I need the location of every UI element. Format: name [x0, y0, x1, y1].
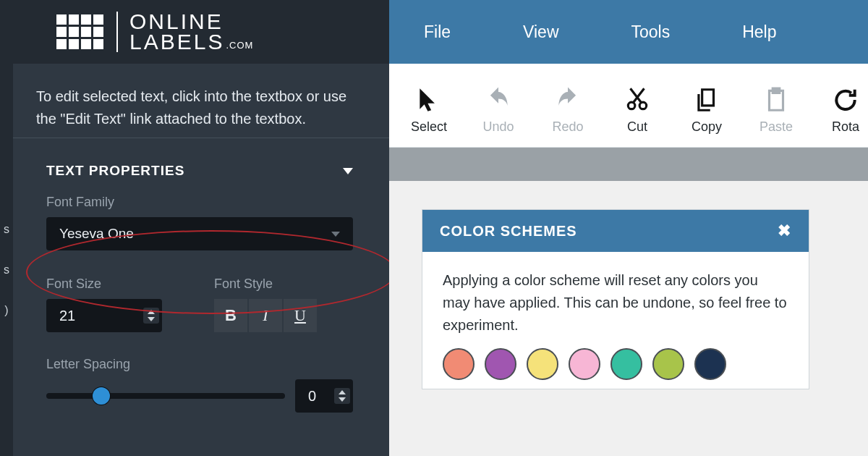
font-style-buttons: B I U [214, 299, 353, 332]
close-icon[interactable]: ✖ [778, 221, 791, 240]
tool-rotate[interactable]: Rota [823, 86, 868, 135]
font-size-value: 21 [59, 308, 75, 324]
logo-bar: ONLINE LABELS .COM [0, 0, 389, 64]
paste-icon [762, 86, 790, 114]
font-style-label: Font Style [214, 276, 353, 292]
menu-tools[interactable]: Tools [631, 22, 671, 42]
letter-spacing-label: Letter Spacing [46, 357, 353, 372]
tool-label: Redo [552, 119, 583, 135]
font-family-select[interactable]: Yeseva One [46, 217, 353, 250]
logo-text: ONLINE LABELS .COM [129, 12, 253, 53]
logo-grid-icon [56, 14, 103, 49]
swatch[interactable] [443, 348, 475, 380]
swatch[interactable] [485, 348, 516, 380]
swatch[interactable] [569, 348, 600, 380]
spinner-arrows[interactable] [334, 388, 350, 404]
text-properties-body: Font Family Yeseva One Font Size 21 Font… [0, 195, 389, 413]
bold-button[interactable]: B [214, 299, 247, 332]
tool-redo[interactable]: Redo [545, 86, 590, 135]
rotate-icon [832, 86, 859, 114]
font-size-input[interactable]: 21 [46, 299, 162, 332]
arrow-up-icon[interactable] [339, 390, 346, 394]
cursor-icon [415, 86, 443, 114]
tool-paste[interactable]: Paste [754, 86, 799, 135]
dialog-title: COLOR SCHEMES [440, 223, 577, 240]
tool-label: Paste [760, 119, 793, 135]
help-text: To edit selected text, click into the te… [0, 64, 389, 138]
font-family-label: Font Family [46, 195, 353, 210]
arrow-down-icon[interactable] [148, 317, 155, 321]
color-schemes-dialog: COLOR SCHEMES ✖ Applying a color scheme … [422, 210, 809, 389]
spinner-arrows[interactable] [143, 308, 159, 324]
arrow-down-icon[interactable] [339, 397, 346, 402]
editor-panel: File View Tools Help Select Undo Redo Cu… [389, 0, 868, 456]
cut-icon [624, 86, 651, 114]
menu-help[interactable]: Help [742, 22, 776, 42]
properties-panel: ONLINE LABELS .COM s s ) To edit selecte… [0, 0, 389, 456]
tool-undo[interactable]: Undo [476, 86, 521, 135]
tool-label: Select [411, 119, 447, 135]
undo-icon [485, 86, 512, 114]
swatch[interactable] [610, 348, 642, 380]
left-tab-strip: s s ) [0, 64, 13, 456]
letter-spacing-input[interactable]: 0 [295, 379, 353, 413]
logo-line2: LABELS [129, 32, 224, 53]
font-size-label: Font Size [46, 276, 185, 292]
section-title: TEXT PROPERTIES [46, 163, 184, 179]
ruler-strip [389, 148, 868, 181]
text-properties-header[interactable]: TEXT PROPERTIES [0, 138, 389, 195]
tab-fragment[interactable]: s [4, 263, 9, 276]
logo-divider [116, 12, 118, 52]
tool-label: Cut [627, 119, 647, 135]
dialog-body: Applying a color scheme will reset any c… [422, 252, 809, 344]
arrow-up-icon[interactable] [148, 310, 155, 314]
caret-down-icon [331, 232, 340, 237]
tool-copy[interactable]: Copy [684, 86, 729, 135]
font-family-value: Yeseva One [59, 226, 134, 242]
tab-fragment[interactable]: ) [4, 304, 8, 317]
tool-select[interactable]: Select [407, 86, 451, 135]
toolbar: Select Undo Redo Cut Copy Paste Rota [389, 64, 868, 148]
underline-button[interactable]: U [284, 299, 317, 332]
letter-spacing-value: 0 [308, 388, 316, 405]
letter-spacing-slider[interactable] [46, 393, 285, 399]
tab-fragment[interactable]: s [4, 223, 9, 236]
swatch[interactable] [527, 348, 558, 380]
tool-label: Rota [832, 119, 859, 135]
tool-cut[interactable]: Cut [615, 86, 660, 135]
tool-label: Undo [482, 119, 514, 135]
dialog-header: COLOR SCHEMES ✖ [422, 210, 809, 252]
swatch[interactable] [652, 348, 684, 380]
redo-icon [554, 86, 582, 114]
menu-file[interactable]: File [424, 22, 451, 42]
logo-suffix: .COM [226, 41, 253, 50]
copy-icon [693, 86, 720, 114]
logo-line1: ONLINE [129, 12, 253, 33]
italic-button[interactable]: I [249, 299, 282, 332]
slider-thumb[interactable] [93, 387, 110, 405]
swatch-row [422, 344, 809, 389]
chevron-down-icon [343, 168, 353, 174]
tool-label: Copy [692, 119, 722, 135]
menu-view[interactable]: View [523, 22, 558, 42]
canvas-area: COLOR SCHEMES ✖ Applying a color scheme … [389, 181, 868, 456]
swatch[interactable] [694, 348, 726, 380]
menubar: File View Tools Help [389, 0, 868, 64]
